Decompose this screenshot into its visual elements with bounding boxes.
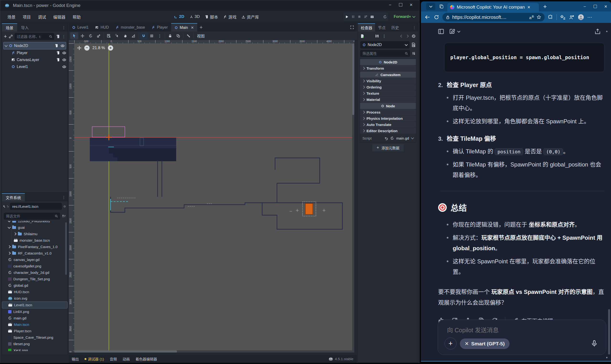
category-material[interactable]: Material: [360, 97, 416, 103]
file-list-scrollbar[interactable]: [65, 222, 67, 275]
visibility-icon[interactable]: [62, 51, 66, 55]
category-physics-interpolation[interactable]: Physics Interpolation: [360, 116, 416, 122]
script-reset-icon[interactable]: [384, 136, 388, 140]
file-row[interactable]: 120x80_PNGsheets: [2, 221, 68, 224]
godot-titlebar[interactable]: Main.tscn - power - Godot Engine – ✕: [0, 0, 419, 11]
file-row-selected[interactable]: Level1.tscn: [2, 301, 68, 308]
expand-viewport-icon[interactable]: [350, 26, 354, 29]
tree-node-canvaslayer[interactable]: CanvasLayer: [3, 56, 66, 63]
godot-minimize-button[interactable]: –: [385, 1, 395, 8]
composer[interactable]: + ✕ Smart (GPT-5): [438, 320, 606, 355]
output-panel-button[interactable]: 输出: [69, 355, 82, 363]
node-selector[interactable]: Node2D: [360, 41, 409, 48]
tab-search-button[interactable]: [426, 3, 435, 10]
zoom-out-button[interactable]: −: [84, 45, 90, 51]
tab-inspector[interactable]: 检查器: [358, 23, 375, 31]
close-tab-icon[interactable]: ✕: [527, 5, 530, 10]
tab-filesystem[interactable]: 文件系统: [2, 193, 25, 201]
property-filter-input[interactable]: [360, 50, 410, 57]
file-row[interactable]: PixelFantasy_Caves_1.0: [2, 244, 68, 250]
select-tool-button[interactable]: [70, 32, 78, 39]
resource-menu-icon[interactable]: ⋮: [382, 34, 386, 39]
skeleton-options-button[interactable]: [184, 32, 192, 39]
share-page-icon[interactable]: [594, 28, 601, 35]
path-input[interactable]: [10, 203, 62, 210]
file-row[interactable]: LinliX.png: [2, 308, 68, 315]
animation-panel-button[interactable]: 动画: [120, 355, 133, 363]
scene-tab-level1[interactable]: Level1: [69, 23, 92, 31]
grid-snap-button[interactable]: [148, 32, 156, 39]
godot-close-button[interactable]: ✕: [406, 1, 416, 8]
canvas-hscrollbar[interactable]: [74, 351, 354, 352]
category-ordering[interactable]: Ordering: [360, 84, 416, 91]
browser-maximize-button[interactable]: [590, 3, 600, 10]
file-row[interactable]: monster_base.tscn: [2, 237, 68, 244]
profile-avatar[interactable]: [578, 14, 584, 20]
workspace-2d-button[interactable]: 2D: [174, 14, 184, 19]
move-tool-button[interactable]: [78, 32, 86, 39]
script-value[interactable]: main.gd: [396, 136, 409, 140]
file-row[interactable]: HUD.tscn: [2, 289, 68, 295]
script-gear-icon[interactable]: [390, 136, 394, 140]
canvas-vscrollbar[interactable]: [352, 43, 354, 352]
attach-script-icon[interactable]: [56, 35, 60, 39]
file-row-open-scene[interactable]: Main.tscn: [2, 321, 68, 328]
scene-instance-icon[interactable]: [50, 58, 54, 62]
audio-panel-button[interactable]: 音频: [107, 355, 120, 363]
attach-plus-button[interactable]: +: [445, 338, 457, 350]
tree-node-player[interactable]: Player: [3, 49, 66, 56]
tree-node-level1[interactable]: Level1: [3, 63, 66, 70]
file-row[interactable]: XieX.png: [2, 347, 68, 351]
history-forward-icon[interactable]: [6, 205, 9, 208]
category-transform[interactable]: Transform: [360, 65, 416, 72]
menu-help[interactable]: 帮助: [70, 13, 83, 21]
refresh-icon[interactable]: [434, 14, 439, 20]
list-select-button[interactable]: [105, 32, 113, 39]
inspector-forward-icon[interactable]: [406, 35, 409, 38]
lock-node-button[interactable]: [166, 32, 174, 39]
canvas-viewport[interactable]: − 21.8 % +: [74, 43, 354, 352]
visibility-icon[interactable]: [62, 65, 66, 69]
split-mode-icon[interactable]: [64, 204, 66, 208]
page-scrollbar[interactable]: [608, 309, 610, 354]
menu-debug[interactable]: 调试: [35, 13, 49, 21]
workspace-script-button[interactable]: 脚本: [205, 14, 218, 20]
workspace-assetlib-button[interactable]: 资产库: [242, 14, 259, 20]
remove-model-icon[interactable]: ✕: [465, 341, 469, 347]
menu-project[interactable]: 项目: [20, 13, 34, 21]
rotate-tool-button[interactable]: [86, 32, 95, 39]
history-back-icon[interactable]: [3, 205, 6, 208]
save-resource-icon[interactable]: [375, 34, 379, 38]
scroll-up-arrow[interactable]: ▲: [606, 30, 608, 32]
scale-tool-button[interactable]: [95, 32, 103, 39]
file-row[interactable]: Dungeon_Tile_Set.png: [2, 276, 68, 282]
category-process[interactable]: Process: [360, 109, 416, 116]
zoom-in-button[interactable]: +: [108, 45, 113, 51]
file-row[interactable]: Player.tscn: [2, 328, 68, 334]
category-texture[interactable]: Texture: [360, 91, 416, 97]
sort-files-icon[interactable]: [62, 214, 66, 218]
open-docs-icon[interactable]: [411, 43, 416, 47]
center-view-icon[interactable]: [77, 46, 81, 50]
pan-tool-button[interactable]: [121, 32, 129, 39]
script-icon[interactable]: [56, 51, 60, 55]
tab-node[interactable]: 节点: [375, 23, 388, 31]
inspector-back-icon[interactable]: [400, 35, 403, 38]
settings-more-icon[interactable]: ⋯: [587, 14, 593, 20]
file-row[interactable]: cavesofgallet.png: [2, 263, 68, 269]
scene-instance-icon[interactable]: [50, 51, 54, 55]
scene-dock-menu-icon[interactable]: ⋮: [62, 25, 66, 30]
scene-tab-hud[interactable]: HUD: [92, 23, 112, 31]
scene-instance-icon[interactable]: [56, 65, 60, 68]
add-metadata-button[interactable]: +添加元数据: [372, 144, 404, 152]
filesystem-menu-icon[interactable]: ⋮: [62, 195, 66, 200]
code-block[interactable]: player.global_position = spawn.global_po…: [444, 43, 604, 72]
file-row[interactable]: tileset.png: [2, 341, 68, 347]
address-bar[interactable]: https://copilot.microsoft.... aあ: [442, 13, 545, 22]
play-custom-scene-button[interactable]: [377, 15, 380, 19]
file-row[interactable]: global.gd: [2, 282, 68, 289]
browser-close-button[interactable]: ✕: [600, 3, 611, 10]
zoom-level[interactable]: 21.8 %: [92, 46, 105, 50]
property-tools-icon[interactable]: [412, 52, 416, 55]
file-row[interactable]: canvas_layer.gd: [2, 256, 68, 263]
